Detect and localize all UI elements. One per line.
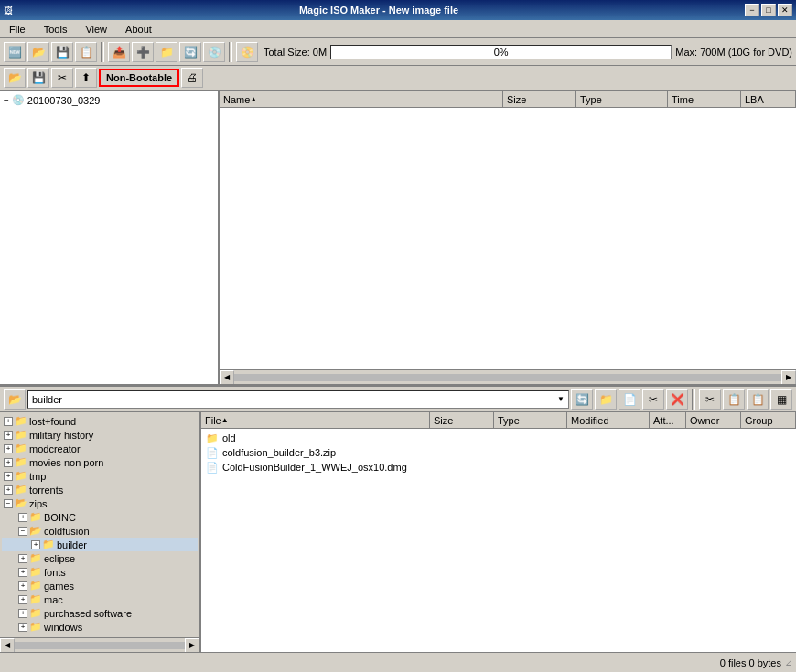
lower-tb-btn1[interactable]: 📂 [4,389,26,410]
lower-tb-btn5[interactable]: ✂ [642,389,664,410]
non-bootable-button[interactable]: Non-Bootable [99,69,179,87]
lower-col-group[interactable]: Group [741,412,796,428]
path-text: builder [32,394,62,405]
tree-item-windows[interactable]: + 📁 windows [2,620,198,634]
folder-icon-old: 📁 [205,432,220,444]
expander-mac[interactable]: + [18,595,27,604]
menu-tools[interactable]: Tools [38,23,73,36]
progress-bar: 0% [330,45,672,59]
expander-militaryhistory[interactable]: + [4,431,13,440]
col-time-header[interactable]: Time [668,91,741,107]
expander-eclipse[interactable]: + [18,554,27,563]
expander-builder[interactable]: + [31,540,40,549]
add-button[interactable]: ➕ [132,42,154,62]
file-row-zip[interactable]: 📄 coldfusion_builder_b3.zip [203,445,794,460]
tree-item-boinc[interactable]: + 📁 BOINC [2,510,198,524]
tree-item-coldfusion[interactable]: − 📂 coldfusion [2,524,198,538]
new-button[interactable]: 🆕 [4,42,26,62]
lower-tb-btn7[interactable]: ✂ [699,389,721,410]
tree-item-builder[interactable]: + 📁 builder [2,538,198,551]
expander-fonts[interactable]: + [18,568,27,577]
tree-item-purchasedsoftware[interactable]: + 📁 purchased software [2,606,198,620]
tree-item-militaryhistory[interactable]: + 📁 military history [2,428,198,442]
path-combobox[interactable]: builder ▼ [27,390,569,409]
expander-boinc[interactable]: + [18,513,27,522]
lower-tb-btn9[interactable]: 📋 [747,389,769,410]
tree-item-games[interactable]: + 📁 games [2,579,198,592]
open-button[interactable]: 📂 [27,42,49,62]
scroll-track[interactable] [234,374,781,381]
label-moviesnonporn: movies non porn [29,457,103,468]
lower-tb-btn10[interactable]: ▦ [770,389,792,410]
lower-col-modified[interactable]: Modified [567,412,650,428]
tree-item-lostfound[interactable]: + 📁 lost+found [2,414,198,428]
col-name-header[interactable]: Name [220,91,503,107]
scroll-right-btn[interactable]: ▶ [781,370,796,385]
file-row-old[interactable]: 📁 old [203,431,794,445]
burn-button[interactable]: 💿 [203,42,225,62]
tb2-btn1[interactable]: 📂 [4,68,26,88]
lower-tb-btn6[interactable]: ❌ [666,389,688,410]
expander-modcreator[interactable]: + [4,444,13,453]
lower-tree-hscroll[interactable]: ◀ ▶ [0,637,199,652]
tb2-btn5[interactable]: 🖨 [181,68,203,88]
tree-item-eclipse[interactable]: + 📁 eclipse [2,551,198,565]
lower-tb-btn4[interactable]: 📄 [619,389,640,410]
label-torrents: torrents [29,485,63,496]
lower-col-owner[interactable]: Owner [686,412,741,428]
extract-button[interactable]: 📤 [108,42,130,62]
tree-item-torrents[interactable]: + 📁 torrents [2,483,198,496]
scroll-left-btn[interactable]: ◀ [220,370,234,385]
lower-scroll-left[interactable]: ◀ [0,638,15,653]
lower-tb-btn8[interactable]: 📋 [723,389,745,410]
expander-games[interactable]: + [18,581,27,591]
maximize-button[interactable]: □ [761,4,776,16]
col-lba-header[interactable]: LBA [741,91,796,107]
lower-col-type[interactable]: Type [494,412,567,428]
tree-item-fonts[interactable]: + 📁 fonts [2,565,198,579]
col-size-header[interactable]: Size [503,91,576,107]
expander-windows[interactable]: + [18,623,27,632]
refresh-button[interactable]: 🔄 [179,42,201,62]
close-button[interactable]: ✕ [778,4,792,16]
expander-moviesnonporn[interactable]: + [4,458,13,467]
tree-root[interactable]: − 💿 20100730_0329 [2,93,216,107]
menu-file[interactable]: File [4,23,31,36]
tree-item-zips[interactable]: − 📂 zips [2,496,198,510]
lower-col-att[interactable]: Att... [650,412,686,428]
lower-col-size[interactable]: Size [430,412,494,428]
expander-coldfusion[interactable]: − [18,527,27,536]
tree-item-modcreator[interactable]: + 📁 modcreator [2,442,198,455]
tb2-btn2[interactable]: 💾 [27,68,49,88]
upper-hscroll[interactable]: ◀ ▶ [220,369,796,384]
iso-button[interactable]: 📀 [236,42,258,62]
menu-about[interactable]: About [120,23,157,36]
lower-panel: 📂 builder ▼ 🔄 📁 📄 ✂ ❌ ✂ 📋 📋 ▦ + 📁 lost+f… [0,387,796,652]
minimize-button[interactable]: − [745,4,759,16]
col-type-header[interactable]: Type [576,91,668,107]
expander-torrents[interactable]: + [4,485,13,495]
addfolder-button[interactable]: 📁 [156,42,177,62]
lower-file-header: File Size Type Modified Att... Owner [201,412,796,429]
expander-tmp[interactable]: + [4,472,13,481]
tree-item-mac[interactable]: + 📁 mac [2,592,198,606]
file-row-dmg[interactable]: 📄 ColdFusionBuilder_1_WWEJ_osx10.dmg [203,460,794,475]
label-zips: zips [29,498,48,509]
tb2-btn4[interactable]: ⬆ [75,68,97,88]
lower-tree-panel: + 📁 lost+found + 📁 military history + 📁 … [0,412,199,637]
tree-item-tmp[interactable]: + 📁 tmp [2,469,198,483]
lower-tb-btn2[interactable]: 🔄 [571,389,593,410]
expander-zips[interactable]: − [4,499,13,508]
lower-col-file[interactable]: File [201,412,430,428]
lower-scroll-track[interactable] [15,642,185,649]
label-purchasedsoftware: purchased software [44,608,132,619]
tb2-btn3[interactable]: ✂ [51,68,73,88]
lower-tb-btn3[interactable]: 📁 [595,389,617,410]
menu-view[interactable]: View [80,23,113,36]
save-button[interactable]: 💾 [51,42,73,62]
lower-scroll-right[interactable]: ▶ [185,638,199,653]
saveas-button[interactable]: 📋 [75,42,97,62]
expander-purchasedsoftware[interactable]: + [18,609,27,618]
tree-item-moviesnonporn[interactable]: + 📁 movies non porn [2,455,198,469]
expander-lostfound[interactable]: + [4,417,13,426]
